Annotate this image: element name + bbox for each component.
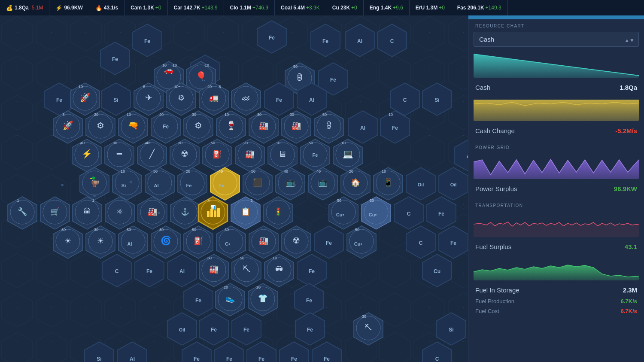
svg-text:1: 1 [92,198,94,203]
clo-value: Clo 1.1M [230,5,251,11]
svg-text:⬛: ⬛ [253,178,263,187]
fuel-surplus-row: Fuel Surplus 43.1 [468,240,644,253]
statistics-panel: Statistics Bureau ✕ RESOURCE CHART Cash … [468,0,644,362]
power-value: 96.9KW [64,5,82,11]
svg-text:Fe: Fe [322,38,328,44]
svg-marker-344 [474,222,639,237]
cam-value: Cam 1.3K [131,5,154,11]
svg-text:50: 50 [192,228,196,232]
topbar-fuel: 🔥 43.1/s [89,0,125,15]
svg-text:🕶: 🕶 [275,265,283,274]
svg-text:Fe: Fe [269,35,275,41]
svg-text:⛽: ⛽ [213,149,222,159]
svg-text:🚀: 🚀 [63,120,73,131]
svg-text:📺: 📺 [318,178,328,187]
svg-text:🍷: 🍷 [226,120,237,131]
svg-text:30: 30 [113,141,117,145]
fuel-production-row: Fuel Production 6.7K/s [468,296,644,306]
coal-value: Coal 5.4M [281,5,305,11]
svg-text:C: C [419,240,423,246]
svg-text:Cu: Cu [434,268,440,274]
fuel-storage-chart [474,255,639,280]
svg-rect-212 [217,208,220,217]
svg-rect-342 [474,100,639,121]
svg-text:⚙: ⚙ [194,121,202,130]
svg-text:🏭: 🏭 [148,207,158,216]
fuel-value: 43.1/s [104,5,118,11]
svg-point-339 [158,212,160,214]
eng-value: Eng 1.4K [370,5,392,11]
fuel-storage-value: 2.3M [623,286,637,294]
cash-value: 1.8Qa [15,5,29,11]
svg-text:10: 10 [162,63,167,67]
svg-text:Cu•: Cu• [369,212,377,217]
svg-text:🚦: 🚦 [273,207,283,216]
svg-text:🔧: 🔧 [18,207,27,216]
cash-change-row: Cash Change -5.2M/s [468,125,644,137]
svg-text:30: 30 [94,228,98,232]
svg-text:👕: 👕 [258,294,268,303]
svg-text:⚓: ⚓ [181,208,189,216]
svg-text:Fe: Fe [324,356,330,362]
coal-change: +3.9K [306,5,320,11]
svg-text:Cu•: Cu• [354,241,362,246]
car-value: Car 142.7K [174,5,200,11]
svg-text:Oil: Oil [418,182,424,187]
fuel-storage-label: Fuel In Storage [475,286,519,294]
svg-text:⚛: ⚛ [116,207,123,216]
svg-text:Fe: Fe [392,125,398,131]
fuel-production-label: Fuel Production [475,298,514,304]
svg-text:10: 10 [273,256,277,260]
svg-text:Fe: Fe [243,327,249,333]
svg-text:50: 50 [211,141,215,145]
cash-change: -5.1M [30,5,43,11]
topbar-clo: Clo 1.1M +746.9 [224,0,275,15]
hex-grid[interactable]: Fe Fe Cu Fe Fe Al C 🚗 [0,15,468,362]
svg-text:C: C [407,211,411,217]
cash-change-value: -5.2M/s [615,127,637,134]
svg-text:🏛: 🏛 [83,207,91,216]
svg-text:C: C [390,38,394,44]
svg-text:🌀: 🌀 [161,235,171,246]
fuel-cost-row: Fuel Cost 6.7K/s [468,306,644,316]
svg-text:C: C [403,97,407,103]
svg-text:50: 50 [355,228,359,232]
svg-text:Oil: Oil [179,327,185,332]
svg-text:2: 2 [250,198,252,203]
svg-text:50: 50 [240,256,244,260]
svg-text:Fe: Fe [219,183,225,188]
svg-text:🚀: 🚀 [80,92,91,103]
fuel-surplus-label: Fuel Surplus [475,243,511,250]
resource-select[interactable]: Cash Power Fuel [474,32,639,47]
svg-text:5: 5 [62,113,64,117]
svg-text:Fe: Fe [313,152,318,158]
svg-rect-210 [210,209,213,217]
svg-text:30: 30 [257,113,261,117]
clo-change: +746.9 [252,5,268,11]
fas-value: Fas 206.1K [457,5,484,11]
eru-change: +0 [439,5,445,11]
svg-text:30: 30 [290,113,294,117]
svg-text:Si: Si [122,183,126,188]
svg-text:10: 10 [127,113,131,117]
svg-text:⛽: ⛽ [194,236,204,246]
svg-text:🏭: 🏭 [292,121,301,131]
svg-text:Al: Al [154,183,159,188]
fuel-surplus-value: 43.1 [625,243,637,250]
cu-value: Cu 23K [332,5,350,11]
topbar-eng: Eng 1.4K +9.6 [364,0,410,15]
svg-text:Si: Si [449,327,453,333]
svg-text:Al: Al [179,268,185,274]
svg-text:━: ━ [116,149,122,158]
svg-text:⛏: ⛏ [243,265,250,274]
svg-text:20: 20 [256,285,261,289]
svg-text:Fe: Fe [194,356,200,362]
svg-text:40: 40 [80,141,85,145]
svg-text:10: 10 [225,113,229,117]
svg-text:C: C [115,268,119,274]
svg-text:Fe: Fe [226,356,232,362]
topbar-coal: Coal 5.4M +3.9K [275,0,326,15]
svg-text:Fe: Fe [146,268,152,274]
svg-text:⚙: ⚙ [178,94,185,102]
svg-text:╱: ╱ [149,149,155,159]
